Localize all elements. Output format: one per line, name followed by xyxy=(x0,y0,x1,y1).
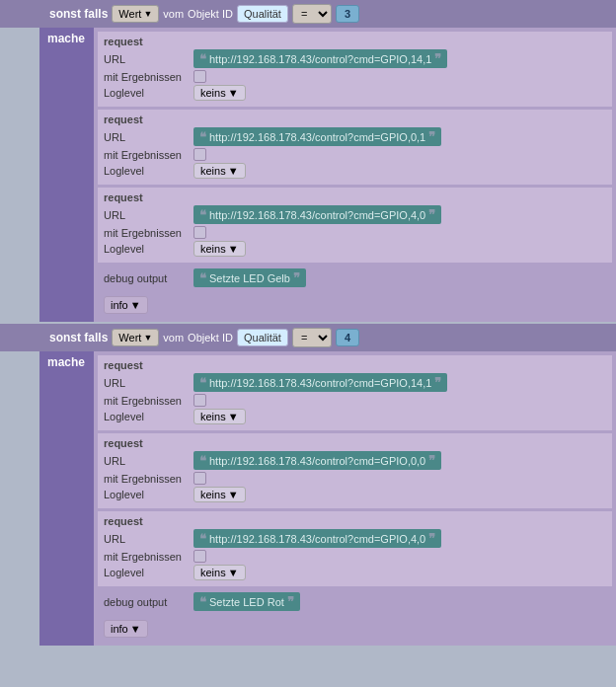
quote-close-1-1: ❞ xyxy=(434,51,441,66)
request-title-2-1: request xyxy=(104,359,606,371)
url-label-2-1: URL xyxy=(104,377,188,389)
url-value-1-1: http://192.168.178.43/control?cmd=GPIO,1… xyxy=(209,53,431,65)
mit-ergebnissen-checkbox-1-2[interactable] xyxy=(193,148,206,161)
url-value-2-1: http://192.168.178.43/control?cmd=GPIO,1… xyxy=(209,377,431,389)
quote-close-2-1: ❞ xyxy=(434,375,441,390)
equals-select-2[interactable]: = != > < xyxy=(292,328,332,347)
requests-container-1: request URL ❝ http://192.168.178.43/cont… xyxy=(94,28,616,322)
keins-button-2-3[interactable]: keins ▼ xyxy=(193,565,246,580)
request-block-2-1: request URL ❝ http://192.168.178.43/cont… xyxy=(98,355,612,430)
debug-output-label-2: debug output xyxy=(104,596,188,608)
sonst-falls-label-1: sonst falls xyxy=(49,7,108,21)
request-block-1-2: request URL ❝ http://192.168.178.43/cont… xyxy=(98,110,612,185)
quote-close-1-2: ❞ xyxy=(428,129,435,144)
quote-close-2-3: ❞ xyxy=(428,531,435,546)
info-row-2: info ▼ xyxy=(98,616,612,642)
mit-ergebnissen-checkbox-2-2[interactable] xyxy=(193,472,206,485)
objekt-id-label-1: Objekt ID xyxy=(188,8,233,20)
mache-tag-1: mache xyxy=(39,28,94,322)
request-title-1-1: request xyxy=(104,36,606,47)
url-row-2-2: URL ❝ http://192.168.178.43/control?cmd=… xyxy=(104,451,606,470)
debug-quote-open-1: ❝ xyxy=(199,270,206,285)
quote-open-2-1: ❝ xyxy=(199,375,206,390)
mit-ergebnissen-label-2-3: mit Ergebnissen xyxy=(104,551,188,563)
request-title-2-3: request xyxy=(104,515,606,527)
quote-close-2-2: ❞ xyxy=(428,453,435,468)
url-row-1-1: URL ❝ http://192.168.178.43/control?cmd=… xyxy=(104,49,606,68)
loglevel-label-1-2: Loglevel xyxy=(104,165,188,177)
quote-open-1-3: ❝ xyxy=(199,207,206,222)
value-number-2: 4 xyxy=(336,329,359,346)
url-value-1-2: http://192.168.178.43/control?cmd=GPIO,0… xyxy=(209,131,425,143)
value-number-1: 3 xyxy=(336,5,359,23)
mit-ergebnissen-row-1-3: mit Ergebnissen xyxy=(104,226,606,239)
wert-arrow-2: ▼ xyxy=(143,333,152,343)
request-block-1-3: request URL ❝ http://192.168.178.43/cont… xyxy=(98,188,612,263)
request-title-2-2: request xyxy=(104,437,606,449)
debug-row-2: debug output ❝ Setzte LED Rot ❞ xyxy=(98,589,612,614)
request-title-1-2: request xyxy=(104,114,606,125)
loglevel-label-2-2: Loglevel xyxy=(104,489,188,500)
equals-select-1[interactable]: = != > < xyxy=(292,4,332,24)
url-box-2-2: ❝ http://192.168.178.43/control?cmd=GPIO… xyxy=(193,451,441,470)
loglevel-label-1-1: Loglevel xyxy=(104,87,188,99)
debug-quote-open-2: ❝ xyxy=(199,594,206,609)
mit-ergebnissen-row-1-2: mit Ergebnissen xyxy=(104,148,606,161)
url-box-1-2: ❝ http://192.168.178.43/control?cmd=GPIO… xyxy=(193,127,441,146)
mit-ergebnissen-label-1-2: mit Ergebnissen xyxy=(104,149,188,161)
keins-button-1-3[interactable]: keins ▼ xyxy=(193,241,246,257)
wert-arrow-1: ▼ xyxy=(143,9,152,19)
mit-ergebnissen-checkbox-1-1[interactable] xyxy=(193,70,206,83)
request-title-1-3: request xyxy=(104,191,606,203)
keins-button-1-1[interactable]: keins ▼ xyxy=(193,85,246,101)
request-block-1-1: request URL ❝ http://192.168.178.43/cont… xyxy=(98,32,612,107)
keins-button-2-1[interactable]: keins ▼ xyxy=(193,409,246,424)
loglevel-row-2-1: Loglevel keins ▼ xyxy=(104,409,606,424)
keins-button-1-2[interactable]: keins ▼ xyxy=(193,163,246,179)
quote-open-1-2: ❝ xyxy=(199,129,206,144)
requests-container-2: request URL ❝ http://192.168.178.43/cont… xyxy=(94,351,616,646)
debug-box-1: ❝ Setzte LED Gelb ❞ xyxy=(193,268,306,287)
url-box-2-1: ❝ http://192.168.178.43/control?cmd=GPIO… xyxy=(193,373,447,392)
loglevel-row-1-2: Loglevel keins ▼ xyxy=(104,163,606,179)
request-block-2-2: request URL ❝ http://192.168.178.43/cont… xyxy=(98,433,612,508)
mit-ergebnissen-checkbox-1-3[interactable] xyxy=(193,226,206,239)
wert-button-1[interactable]: Wert ▼ xyxy=(112,5,159,23)
sonst-falls-row-2: sonst falls Wert ▼ vom Objekt ID Qualitä… xyxy=(0,324,616,351)
vom-label-2: vom xyxy=(163,332,184,344)
section-2: sonst falls Wert ▼ vom Objekt ID Qualitä… xyxy=(0,324,616,646)
info-button-2[interactable]: info ▼ xyxy=(104,620,148,638)
mit-ergebnissen-label-1-1: mit Ergebnissen xyxy=(104,71,188,83)
loglevel-row-1-3: Loglevel keins ▼ xyxy=(104,241,606,257)
url-box-1-3: ❝ http://192.168.178.43/control?cmd=GPIO… xyxy=(193,205,441,224)
url-label-2-2: URL xyxy=(104,455,188,467)
url-box-1-1: ❝ http://192.168.178.43/control?cmd=GPIO… xyxy=(193,49,447,68)
mit-ergebnissen-checkbox-2-3[interactable] xyxy=(193,550,206,563)
mit-ergebnissen-label-2-2: mit Ergebnissen xyxy=(104,473,188,485)
mit-ergebnissen-checkbox-2-1[interactable] xyxy=(193,394,206,407)
loglevel-row-2-2: Loglevel keins ▼ xyxy=(104,487,606,502)
debug-output-label-1: debug output xyxy=(104,272,188,284)
sonst-falls-label-2: sonst falls xyxy=(49,331,108,344)
url-label-1-1: URL xyxy=(104,53,188,65)
wert-button-2[interactable]: Wert ▼ xyxy=(112,329,159,346)
mit-ergebnissen-label-2-1: mit Ergebnissen xyxy=(104,395,188,407)
loglevel-row-2-3: Loglevel keins ▼ xyxy=(104,565,606,580)
loglevel-label-2-1: Loglevel xyxy=(104,411,188,422)
url-box-2-3: ❝ http://192.168.178.43/control?cmd=GPIO… xyxy=(193,529,441,548)
main-container: sonst falls Wert ▼ vom Objekt ID Qualitä… xyxy=(0,0,616,646)
request-block-2-3: request URL ❝ http://192.168.178.43/cont… xyxy=(98,511,612,586)
mache-section-1: mache request URL ❝ http://192.168.178.4… xyxy=(39,28,616,322)
section-1: sonst falls Wert ▼ vom Objekt ID Qualitä… xyxy=(0,0,616,322)
mit-ergebnissen-row-2-3: mit Ergebnissen xyxy=(104,550,606,563)
loglevel-label-2-3: Loglevel xyxy=(104,567,188,578)
mit-ergebnissen-row-2-2: mit Ergebnissen xyxy=(104,472,606,485)
qualitat-badge-1: Qualität xyxy=(237,5,288,23)
url-label-2-3: URL xyxy=(104,533,188,545)
url-row-1-3: URL ❝ http://192.168.178.43/control?cmd=… xyxy=(104,205,606,224)
quote-open-1-1: ❝ xyxy=(199,51,206,66)
debug-quote-close-2: ❞ xyxy=(287,594,294,609)
keins-button-2-2[interactable]: keins ▼ xyxy=(193,487,246,502)
info-button-1[interactable]: info ▼ xyxy=(104,296,148,314)
url-label-1-3: URL xyxy=(104,209,188,221)
